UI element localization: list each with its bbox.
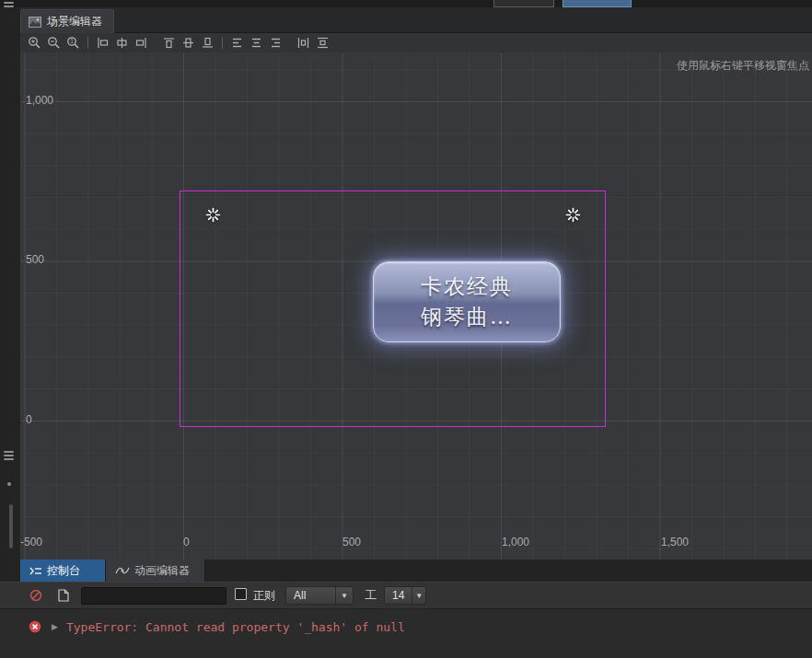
toolbar-separator (87, 37, 88, 49)
align-bottom-button[interactable] (198, 35, 217, 51)
tab-scene-editor[interactable]: 场景编辑器 (20, 9, 114, 33)
zoom-in-icon (28, 36, 41, 50)
bars-align-right-icon (269, 36, 283, 50)
clear-console-button[interactable] (28, 587, 44, 604)
node-button-line2: 钢琴曲… (421, 302, 513, 332)
svg-text:1: 1 (70, 38, 74, 44)
top-strip (0, 0, 812, 7)
align-left-icon (96, 36, 110, 50)
scene-node-button[interactable]: 卡农经典 钢琴曲… (373, 261, 561, 342)
align-left-button[interactable] (93, 35, 112, 51)
animation-curve-icon (115, 565, 130, 576)
expander-arrow-icon[interactable]: ▶ (52, 622, 58, 631)
console-output: ▶ TypeError: Cannot read property '_hash… (0, 608, 812, 658)
bars-align-left-icon (230, 36, 244, 50)
y-axis-label: 0 (26, 413, 32, 426)
zoom-reset-button[interactable]: 1 (64, 35, 83, 51)
distribute-horizontal-button[interactable] (294, 35, 313, 51)
sprite-spark-icon[interactable] (205, 207, 221, 223)
tab-console[interactable]: 控制台 (20, 560, 106, 582)
chevron-down-icon: ▼ (335, 587, 353, 604)
animation-tab-label: 动画编辑器 (134, 563, 190, 579)
x-axis-label: 500 (342, 536, 361, 548)
scene-toolbar: 1 (20, 33, 812, 52)
error-icon (29, 620, 41, 633)
y-axis-label: 1,000 (26, 94, 53, 107)
regex-label: 正则 (253, 588, 275, 604)
scene-canvas[interactable]: 使用鼠标右键平移视窗焦点 1,000 500 0 -500 0 500 1,00… (20, 52, 812, 560)
align-horizontal-center-button[interactable] (112, 35, 132, 51)
zoom-reset-icon: 1 (66, 36, 80, 50)
align-right-icon (134, 36, 148, 50)
console-tab-label: 控制台 (47, 563, 80, 579)
chevron-down-icon: ▼ (412, 587, 425, 604)
distribute-horizontal-icon (296, 36, 310, 50)
topbar-button-right[interactable] (563, 0, 632, 7)
distribute-vertical-icon (316, 36, 330, 50)
align-top-button[interactable] (159, 35, 179, 51)
distribute-right-button[interactable] (266, 35, 285, 51)
align-vertical-center-button[interactable] (179, 35, 198, 51)
tab-animation-editor[interactable]: 动画编辑器 (106, 560, 205, 582)
open-log-file-button[interactable] (55, 587, 72, 604)
align-horizontal-center-icon (115, 36, 129, 50)
align-vertical-center-icon (181, 36, 195, 50)
left-rail (0, 7, 20, 560)
console-icon (29, 566, 42, 576)
font-size-select[interactable]: 14 ▼ (384, 586, 426, 605)
y-axis-label: 500 (26, 253, 44, 266)
sprite-spark-icon[interactable] (565, 207, 581, 223)
canvas-hint: 使用鼠标右键平移视窗焦点 (677, 58, 809, 74)
scene-tab-label: 场景编辑器 (47, 14, 102, 29)
x-axis-label: 0 (183, 536, 190, 548)
font-size-selected-value: 14 (385, 589, 412, 602)
zoom-out-icon (47, 36, 61, 50)
distribute-vertical-button[interactable] (313, 35, 332, 51)
console-toolbar: 正则 All ▼ 工 14 ▼ (0, 582, 812, 608)
font-size-icon: 工 (365, 587, 377, 604)
align-bottom-icon (201, 36, 215, 50)
bottom-tab-bar: 控制台 动画编辑器 (0, 560, 812, 582)
zoom-out-button[interactable] (44, 35, 64, 51)
document-icon (58, 589, 69, 602)
x-axis-label: 1,500 (661, 536, 689, 548)
node-button-line1: 卡农经典 (421, 271, 513, 302)
vertical-scrollbar-thumb[interactable] (9, 504, 13, 548)
editor-window: 场景编辑器 1 (0, 0, 812, 658)
distribute-center-button[interactable] (247, 35, 266, 51)
console-search-input[interactable] (81, 587, 226, 605)
image-icon (29, 17, 41, 28)
x-axis-label: -500 (20, 536, 42, 548)
log-level-filter-select[interactable]: All ▼ (285, 586, 354, 605)
topbar-button-left[interactable] (493, 0, 554, 7)
distribute-left-button[interactable] (227, 35, 247, 51)
zoom-in-button[interactable] (25, 35, 44, 51)
rail-dot-icon (7, 482, 11, 486)
align-top-icon (162, 36, 176, 50)
rail-menu-icon[interactable] (4, 449, 14, 462)
filter-selected-value: All (286, 589, 335, 602)
clear-icon (29, 589, 42, 602)
scene-tab-bar: 场景编辑器 (20, 7, 812, 33)
toolbar-separator (222, 37, 223, 49)
console-error-row[interactable]: ▶ TypeError: Cannot read property '_hash… (0, 618, 812, 636)
bars-align-center-icon (249, 36, 263, 50)
x-axis-label: 1,000 (502, 536, 529, 548)
error-message: TypeError: Cannot read property '_hash' … (66, 620, 405, 634)
align-right-button[interactable] (132, 35, 151, 51)
regex-checkbox[interactable] (235, 588, 247, 600)
